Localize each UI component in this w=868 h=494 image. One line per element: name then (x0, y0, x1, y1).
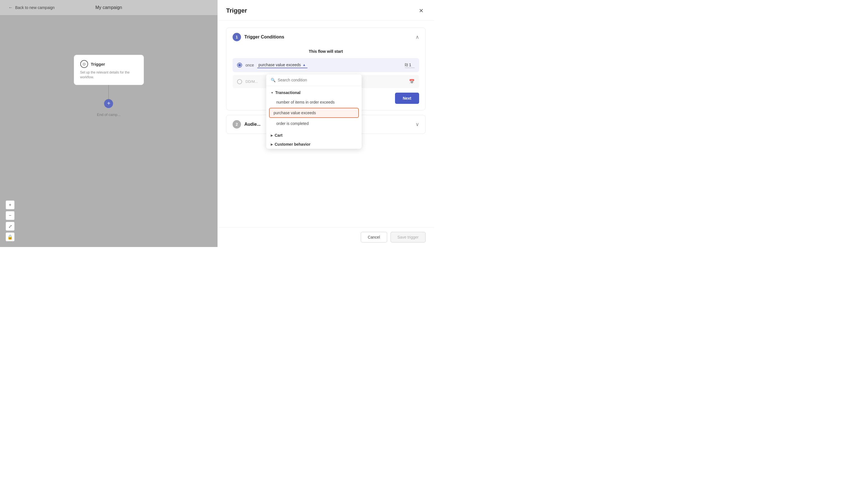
menu-item-order-completed[interactable]: order is completed (266, 118, 362, 129)
transactional-group-header[interactable]: ▼ Transactional (266, 88, 362, 97)
back-label: Back to new campaign (15, 5, 55, 10)
cart-chevron-icon: ▶ (271, 134, 273, 137)
trigger-circle-icon: ⊙ (80, 60, 88, 68)
trigger-row-1[interactable]: once purchase value exceeds ▲ ₪ 1 (233, 58, 419, 72)
panel-body: 1 Trigger Conditions ∧ This flow will st… (218, 20, 434, 227)
condition-dropdown-menu: 🔍 ▼ Transactional number of items in ord… (266, 74, 362, 149)
section2-title: Audie... (244, 122, 261, 127)
fit-screen-button[interactable]: ⤢ (6, 222, 15, 231)
menu-item-purchase-value[interactable]: purchase value exceeds (269, 108, 359, 118)
trigger-node-title: Trigger (91, 62, 105, 66)
right-panel: Trigger ✕ 1 Trigger Conditions ∧ This fl… (217, 0, 434, 247)
section1-header-left: 1 Trigger Conditions (233, 33, 284, 41)
condition-dropdown-trigger[interactable]: purchase value exceeds ▲ (257, 62, 308, 68)
customer-behavior-chevron-icon: ▶ (271, 143, 273, 146)
amount-field[interactable]: ₪ 1 (405, 62, 415, 68)
save-trigger-button[interactable]: Save trigger (391, 232, 426, 243)
condition-dropdown-chevron: ▲ (302, 63, 306, 67)
panel-footer: Cancel Save trigger (218, 227, 434, 247)
next-button[interactable]: Next (395, 93, 419, 104)
condition-selected-value: purchase value exceeds (258, 62, 301, 67)
panel-header: Trigger ✕ (218, 0, 434, 20)
search-condition-input[interactable] (278, 78, 357, 82)
cart-group-header[interactable]: ▶ Cart (266, 131, 362, 140)
customer-behavior-group-header[interactable]: ▶ Customer behavior (266, 140, 362, 149)
campaign-title: My campaign (95, 5, 122, 10)
zoom-out-button[interactable]: − (6, 211, 15, 220)
close-button[interactable]: ✕ (417, 6, 426, 15)
canvas-controls: + − ⤢ 🔒 (6, 201, 15, 241)
calendar-icon[interactable]: 📅 (409, 79, 415, 84)
trigger-node-desc: Set up the relevant details for the work… (80, 70, 137, 80)
trigger-node[interactable]: ⊙ Trigger Set up the relevant details fo… (74, 55, 144, 85)
flow-start-text: This flow will start (233, 49, 419, 54)
cart-label: Cart (275, 133, 282, 137)
panel-title: Trigger (226, 7, 247, 14)
trigger-conditions-section: 1 Trigger Conditions ∧ This flow will st… (226, 27, 426, 110)
lock-button[interactable]: 🔒 (6, 232, 15, 241)
section1-collapse-icon[interactable]: ∧ (415, 34, 419, 40)
search-row: 🔍 (266, 74, 362, 86)
section1-header: 1 Trigger Conditions ∧ (226, 28, 425, 46)
canvas-area: ← Back to new campaign My campaign ⊙ Tri… (0, 0, 217, 247)
search-icon: 🔍 (271, 78, 276, 82)
canvas-topbar: ← Back to new campaign My campaign (0, 0, 217, 16)
section2-header-left: 2 Audie... (233, 120, 261, 129)
radio-once-inner (238, 64, 241, 66)
cancel-button[interactable]: Cancel (361, 232, 387, 243)
radio-once[interactable] (237, 62, 242, 68)
back-button[interactable]: ← Back to new campaign (8, 5, 55, 10)
radio-date[interactable] (237, 79, 242, 84)
currency-symbol: ₪ (405, 62, 408, 67)
zoom-in-button[interactable]: + (6, 201, 15, 209)
once-label: once (245, 63, 254, 68)
canvas-content: ⊙ Trigger Set up the relevant details fo… (0, 16, 217, 247)
trigger-node-header: ⊙ Trigger (80, 60, 137, 68)
add-node-button[interactable]: + (104, 99, 113, 108)
section2-expand-icon[interactable]: ∨ (415, 121, 419, 128)
step2-badge: 2 (233, 120, 241, 129)
transactional-label: Transactional (275, 90, 300, 95)
section1-content: This flow will start once purchase value… (226, 46, 425, 110)
customer-behavior-label: Customer behavior (275, 142, 311, 147)
connector-line (108, 85, 109, 99)
step1-badge: 1 (233, 33, 241, 41)
transactional-group: ▼ Transactional number of items in order… (266, 86, 362, 131)
end-of-campaign-label: End of camp... (97, 113, 121, 117)
section1-title: Trigger Conditions (244, 35, 284, 40)
back-arrow-icon: ← (8, 5, 13, 10)
menu-item-number-of-items[interactable]: number of items in order exceeds (266, 97, 362, 107)
amount-value: 1 (409, 62, 415, 67)
transactional-chevron-icon: ▼ (271, 91, 274, 94)
